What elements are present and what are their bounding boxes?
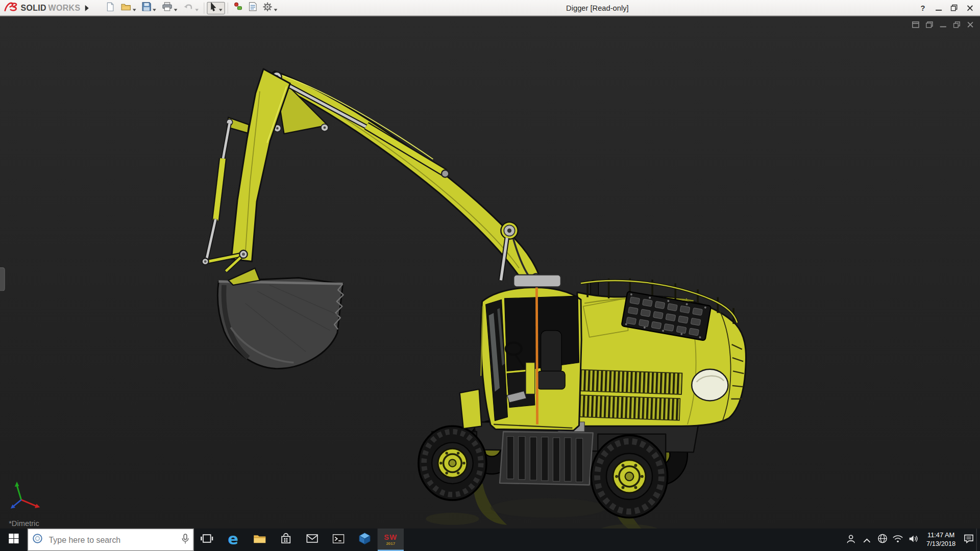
toolbar-separator <box>227 2 228 13</box>
doc-minimize-icon[interactable] <box>939 19 947 31</box>
new-window-icon[interactable] <box>912 19 920 31</box>
stick-cylinder <box>207 119 233 260</box>
people-button[interactable] <box>843 529 859 551</box>
boom-arm <box>268 71 541 286</box>
new-document-button[interactable] <box>103 2 117 14</box>
clock-time: 11:47 AM <box>927 531 954 540</box>
task-view-button[interactable] <box>194 529 220 551</box>
reference-triad-icon <box>6 480 45 512</box>
edge-button[interactable]: e <box>220 529 246 551</box>
chevron-down-icon[interactable] <box>218 2 222 13</box>
solidworks-window: SOLIDWORKS <box>0 0 980 551</box>
terminal-icon <box>332 534 344 545</box>
cortana-icon <box>32 533 43 546</box>
taskbar-search[interactable] <box>28 529 194 551</box>
taskbar-clock[interactable]: 11:47 AM 7/13/2018 <box>921 529 961 551</box>
select-tool-button[interactable] <box>207 2 225 14</box>
store-icon <box>280 533 291 546</box>
engine-housing <box>558 279 746 432</box>
dassault-logo-icon <box>4 2 18 14</box>
quick-access-toolbar <box>103 2 280 14</box>
network-button[interactable] <box>874 529 890 551</box>
front-left-wheel <box>419 426 486 500</box>
undo-icon <box>183 2 193 13</box>
file-explorer-button[interactable] <box>246 529 272 551</box>
clock-date: 7/13/2018 <box>926 540 955 548</box>
print-button[interactable] <box>159 2 180 14</box>
doc-restore-icon[interactable] <box>953 19 961 31</box>
file-properties-button[interactable] <box>246 2 259 14</box>
dipper-stick <box>227 69 290 261</box>
graphics-viewport[interactable]: *Dimetric <box>0 16 980 529</box>
mail-button[interactable] <box>299 529 325 551</box>
save-icon <box>141 2 151 14</box>
wifi-button[interactable] <box>890 529 906 551</box>
action-center-icon <box>964 534 974 545</box>
chevron-down-icon[interactable] <box>174 2 177 13</box>
cad-cube-button[interactable] <box>351 529 377 551</box>
bucket-cylinder <box>286 84 449 178</box>
network-globe-icon <box>877 534 888 546</box>
terminal-button[interactable] <box>325 529 351 551</box>
new-document-icon <box>105 2 114 14</box>
rebuild-icon <box>233 2 243 14</box>
start-button[interactable] <box>0 529 28 551</box>
brand-solid-text: SOLID <box>20 3 46 12</box>
volume-button[interactable] <box>906 529 922 551</box>
undo-button[interactable] <box>180 2 201 14</box>
chevron-up-icon <box>863 534 871 545</box>
task-view-icon <box>201 534 213 546</box>
chevron-down-icon[interactable] <box>152 2 156 13</box>
solidworks-2017-icon: SW 2017 <box>384 534 397 546</box>
search-input[interactable] <box>47 535 177 545</box>
file-properties-icon <box>249 2 257 14</box>
mail-icon <box>306 534 317 545</box>
open-folder-icon <box>120 2 131 14</box>
close-button[interactable] <box>962 1 977 15</box>
restore-button[interactable] <box>946 1 962 15</box>
print-icon <box>162 2 173 14</box>
action-center-button[interactable] <box>961 529 976 551</box>
rebuild-button[interactable] <box>230 2 245 14</box>
menu-flyout-arrow-icon[interactable] <box>85 5 88 11</box>
window-controls: ? <box>915 1 980 15</box>
people-icon <box>846 534 856 545</box>
front-right-wheel <box>591 435 668 517</box>
open-button[interactable] <box>118 2 138 14</box>
chevron-down-icon[interactable] <box>274 2 277 13</box>
bucket <box>217 268 343 369</box>
solidworks-brand[interactable]: SOLIDWORKS <box>0 2 90 14</box>
help-button[interactable]: ? <box>915 1 931 15</box>
edge-icon: e <box>228 530 238 548</box>
microphone-icon[interactable] <box>181 533 189 546</box>
toolbar-separator <box>204 2 204 13</box>
show-desktop-button[interactable] <box>976 529 980 551</box>
excavator-model[interactable] <box>0 16 980 529</box>
file-explorer-icon <box>253 533 266 546</box>
chevron-down-icon[interactable] <box>132 2 136 13</box>
gear-icon <box>262 2 273 14</box>
store-button[interactable] <box>273 529 299 551</box>
collapsed-pane-tab[interactable] <box>0 267 5 291</box>
select-cursor-icon <box>209 2 217 14</box>
cascade-windows-icon[interactable] <box>925 19 933 31</box>
solidworks-2017-button[interactable]: SW 2017 <box>378 529 404 551</box>
titlebar: SOLIDWORKS <box>0 0 980 16</box>
document-title: Digger [Read-only] <box>280 4 915 12</box>
doc-close-icon[interactable] <box>967 19 973 31</box>
save-button[interactable] <box>139 2 159 14</box>
document-window-controls <box>912 19 974 31</box>
operator-cab <box>460 275 582 431</box>
brand-works-text: WORKS <box>48 3 81 12</box>
system-tray: 11:47 AM 7/13/2018 <box>843 529 980 551</box>
view-orientation-label: *Dimetric <box>9 519 39 528</box>
wifi-icon <box>893 534 903 545</box>
cad-cube-icon <box>358 532 370 547</box>
windows-logo-icon <box>9 534 19 546</box>
chevron-down-icon[interactable] <box>195 2 199 13</box>
hidden-icons-button[interactable] <box>859 529 875 551</box>
taskbar: e SW 2017 <box>0 529 980 551</box>
minimize-button[interactable] <box>930 1 946 15</box>
options-button[interactable] <box>260 2 280 14</box>
volume-icon <box>909 534 919 545</box>
